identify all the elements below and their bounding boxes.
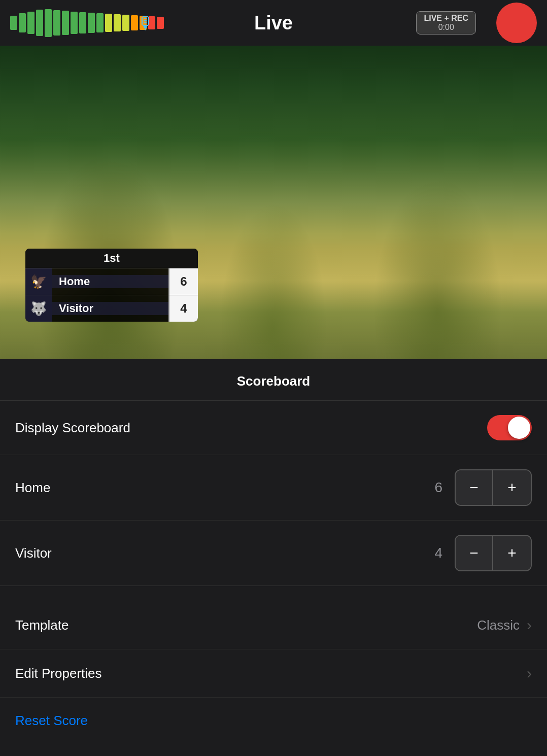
spacer	[0, 586, 547, 601]
home-score-stepper: − +	[455, 469, 532, 506]
visitor-team-score: 4	[168, 295, 198, 322]
home-decrement-button[interactable]: −	[456, 470, 493, 505]
template-value: Classic	[477, 617, 520, 633]
reset-score-button[interactable]: Reset Score	[0, 698, 547, 744]
live-rec-badge: LIVE + REC 0:00	[416, 11, 476, 35]
level-bar-13	[114, 14, 121, 31]
home-team-icon: 🦅	[25, 268, 52, 295]
timer-display: 0:00	[438, 23, 454, 32]
home-increment-button[interactable]: +	[493, 470, 531, 505]
template-label: Template	[15, 617, 477, 633]
display-scoreboard-toggle[interactable]	[487, 415, 532, 440]
visitor-team-name: Visitor	[52, 302, 168, 315]
home-score-display: 6	[434, 479, 442, 496]
level-bar-1	[10, 16, 17, 30]
visitor-score-settings-row: Visitor 4 − +	[0, 521, 547, 586]
home-team-name: Home	[52, 275, 168, 288]
visitor-score-stepper: − +	[455, 535, 532, 571]
video-preview: 1st 🦅 Home 6 🐺 Visitor 4	[0, 46, 547, 359]
home-icon-glyph: 🦅	[30, 274, 47, 290]
level-bar-6	[53, 10, 60, 36]
live-rec-label: LIVE + REC	[424, 14, 468, 23]
video-scoreboard-overlay: 1st 🦅 Home 6 🐺 Visitor 4	[25, 249, 198, 322]
level-bar-18	[157, 17, 164, 29]
level-bar-12	[105, 14, 112, 32]
toggle-knob	[508, 417, 530, 439]
level-bar-8	[71, 12, 78, 34]
level-bar-2	[19, 13, 26, 32]
display-scoreboard-row: Display Scoreboard	[0, 401, 547, 455]
mic-icon[interactable]: 🎙	[137, 13, 154, 33]
record-button[interactable]	[496, 3, 537, 43]
level-bar-14	[122, 15, 129, 31]
template-row[interactable]: Template Classic ›	[0, 601, 547, 649]
level-bar-10	[88, 13, 95, 33]
page-title: Live	[254, 12, 293, 34]
template-chevron-icon: ›	[527, 616, 532, 634]
edit-properties-chevron-icon: ›	[527, 665, 532, 682]
level-bar-3	[27, 12, 35, 34]
score-settings-group: Display Scoreboard Home 6 − + Visitor 4 …	[0, 401, 547, 586]
visitor-score-display: 4	[434, 545, 442, 561]
level-bar-5	[45, 9, 52, 37]
level-bar-4	[36, 10, 43, 36]
home-label: Home	[15, 480, 434, 496]
level-bar-9	[79, 12, 86, 33]
visitor-icon-glyph: 🐺	[30, 301, 47, 317]
score-period: 1st	[25, 249, 198, 268]
home-team-score: 6	[168, 268, 198, 295]
edit-properties-row[interactable]: Edit Properties ›	[0, 649, 547, 698]
top-bar: 🎙 Live LIVE + REC 0:00	[0, 0, 547, 46]
visitor-label: Visitor	[15, 545, 434, 561]
level-bar-7	[62, 11, 69, 35]
home-score-settings-row: Home 6 − +	[0, 455, 547, 521]
section-title: Scoreboard	[0, 359, 547, 401]
visitor-decrement-button[interactable]: −	[456, 536, 493, 570]
visitor-increment-button[interactable]: +	[493, 536, 531, 570]
bottom-panel: Scoreboard Display Scoreboard Home 6 − +…	[0, 359, 547, 744]
display-scoreboard-label: Display Scoreboard	[15, 420, 487, 436]
visitor-score-row: 🐺 Visitor 4	[25, 295, 198, 322]
edit-properties-label: Edit Properties	[15, 666, 527, 681]
visitor-team-icon: 🐺	[25, 295, 52, 322]
level-bar-11	[96, 13, 104, 32]
home-score-row: 🦅 Home 6	[25, 268, 198, 295]
